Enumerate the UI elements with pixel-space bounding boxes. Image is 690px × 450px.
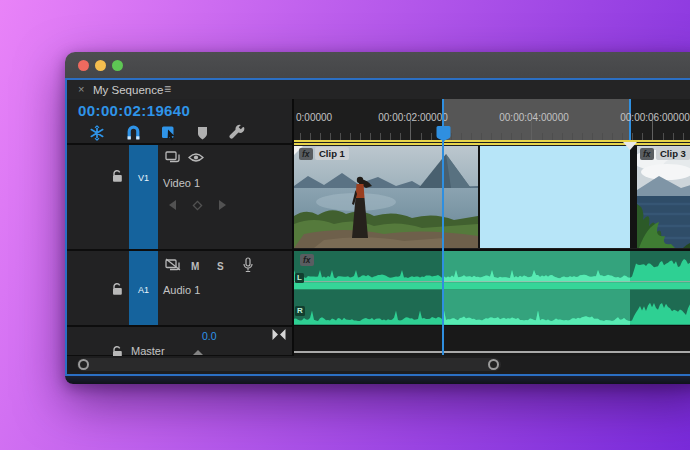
fx-badge[interactable]: fx — [299, 148, 313, 160]
fx-badge[interactable]: fx — [640, 148, 654, 160]
ruler-minor-tick — [481, 133, 482, 140]
window-titlebar[interactable] — [65, 52, 690, 79]
ruler-minor-tick — [431, 133, 432, 140]
playhead-timecode[interactable]: 00:00:02:19640 — [78, 102, 190, 119]
ruler-minor-tick — [501, 133, 502, 140]
zoom-handle-left[interactable] — [78, 359, 89, 370]
video-track-target-v1[interactable]: V1 — [129, 145, 158, 249]
ruler-major-tick — [652, 120, 653, 140]
nest-toggle-icon[interactable] — [89, 125, 105, 141]
video-clip-1[interactable]: fx Clip 1 — [294, 146, 478, 248]
zoom-traffic-light[interactable] — [112, 60, 123, 71]
ruler-time-label: 0:00000 — [296, 112, 332, 123]
tab-close-icon[interactable]: × — [78, 84, 84, 95]
ruler-minor-tick — [330, 133, 331, 140]
keyframe-bowtie-icon[interactable] — [271, 328, 287, 341]
timeline-settings-wrench-icon[interactable] — [228, 124, 246, 142]
ruler-minor-tick — [461, 133, 462, 140]
ruler-minor-tick — [491, 133, 492, 140]
ruler-minor-tick — [320, 133, 321, 140]
left-channel-label: L — [295, 273, 304, 283]
voiceover-record-mic-icon[interactable] — [242, 257, 254, 273]
clip-3-label: Clip 3 — [656, 147, 690, 160]
ruler-minor-tick — [612, 133, 613, 140]
ruler-minor-tick — [582, 133, 583, 140]
snap-magnet-icon[interactable] — [126, 125, 141, 141]
solo-track-button[interactable]: S — [217, 261, 224, 272]
clip-1-label: Clip 1 — [315, 147, 349, 160]
horizontal-scrollbar-thumb[interactable] — [77, 358, 501, 371]
ruler-minor-tick — [632, 133, 633, 140]
ruler-minor-tick — [421, 133, 422, 140]
time-ruler[interactable]: 0:0000000:00:02:0000000:00:04:0000000:00… — [294, 99, 690, 140]
add-marker-icon[interactable] — [196, 126, 209, 141]
ruler-minor-tick — [521, 133, 522, 140]
ruler-minor-tick — [340, 133, 341, 140]
ruler-minor-tick — [552, 133, 553, 140]
video-track-lock-icon[interactable] — [111, 169, 124, 183]
audio-clip-waveform — [294, 251, 690, 325]
out-point-marker-icon[interactable] — [623, 142, 637, 150]
next-keyframe-icon[interactable] — [218, 200, 227, 210]
ruler-minor-tick — [673, 133, 674, 140]
clip-3-thumbnail — [637, 146, 690, 248]
ruler-minor-tick — [350, 133, 351, 140]
mute-track-button[interactable]: M — [191, 261, 199, 272]
ruler-minor-tick — [390, 133, 391, 140]
ruler-time-label: 00:00:04:00000 — [499, 112, 569, 123]
master-level-value[interactable]: 0.0 — [202, 330, 217, 342]
toggle-track-output-eye-icon[interactable] — [188, 152, 204, 163]
ruler-minor-tick — [471, 133, 472, 140]
ruler-minor-tick — [663, 133, 664, 140]
playhead-marker[interactable] — [435, 125, 452, 143]
video-clip-3[interactable]: fx Clip 3 — [637, 146, 690, 248]
tab-sequence[interactable]: My Sequence — [93, 84, 163, 96]
zoom-handle-right[interactable] — [488, 359, 499, 370]
ruler-major-tick — [410, 120, 411, 140]
ruler-minor-tick — [642, 133, 643, 140]
ruler-minor-tick — [592, 133, 593, 140]
collapse-up-arrow-icon[interactable] — [193, 350, 203, 355]
video-track-name[interactable]: Video 1 — [163, 177, 200, 189]
add-keyframe-icon[interactable] — [192, 200, 203, 211]
window-bottom-edge — [65, 376, 690, 384]
linked-selection-icon[interactable] — [161, 125, 178, 141]
ruler-minor-tick — [542, 133, 543, 140]
ruler-minor-tick — [310, 133, 311, 140]
video-track-lane[interactable]: fx Clip 1 fx Clip 3 — [294, 146, 690, 248]
audio-track-lane[interactable]: fx L R — [294, 251, 690, 325]
audio-track-target-a1[interactable]: A1 — [129, 251, 158, 325]
minimize-traffic-light[interactable] — [95, 60, 106, 71]
right-channel-label: R — [295, 306, 305, 316]
ruler-time-label: 00:00:02:00000 — [378, 112, 448, 123]
ruler-minor-tick — [400, 133, 401, 140]
ruler-minor-tick — [300, 133, 301, 140]
ruler-major-tick — [531, 120, 532, 140]
ruler-time-label: 00:00:06:00000 — [620, 112, 690, 123]
ruler-minor-tick — [572, 133, 573, 140]
desktop: × My Sequence ≡ 00:00:02:19640 V1 Video … — [0, 0, 690, 450]
audio-sync-lock-disabled-icon[interactable] — [165, 258, 181, 271]
close-traffic-light[interactable] — [78, 60, 89, 71]
audio-track-lock-icon[interactable] — [111, 282, 124, 296]
video-track-target-label: V1 — [129, 173, 158, 183]
panel-menu-icon[interactable]: ≡ — [164, 83, 170, 95]
ruler-minor-tick — [370, 133, 371, 140]
vertical-scrollbar-strip[interactable] — [294, 351, 690, 353]
fx-badge[interactable]: fx — [300, 254, 314, 266]
video-clip-2-selected[interactable] — [480, 146, 630, 248]
ruler-minor-tick — [683, 133, 684, 140]
previous-keyframe-icon[interactable] — [168, 200, 177, 210]
ruler-minor-tick — [562, 133, 563, 140]
audio-track-target-label: A1 — [129, 285, 158, 295]
ruler-minor-tick — [602, 133, 603, 140]
ruler-minor-tick — [511, 133, 512, 140]
ruler-minor-tick — [622, 133, 623, 140]
ruler-minor-tick — [360, 133, 361, 140]
clip-1-thumbnail — [294, 146, 478, 248]
video-sync-lock-icon[interactable] — [165, 151, 181, 163]
audio-track-name[interactable]: Audio 1 — [163, 284, 200, 296]
ruler-minor-tick — [380, 133, 381, 140]
